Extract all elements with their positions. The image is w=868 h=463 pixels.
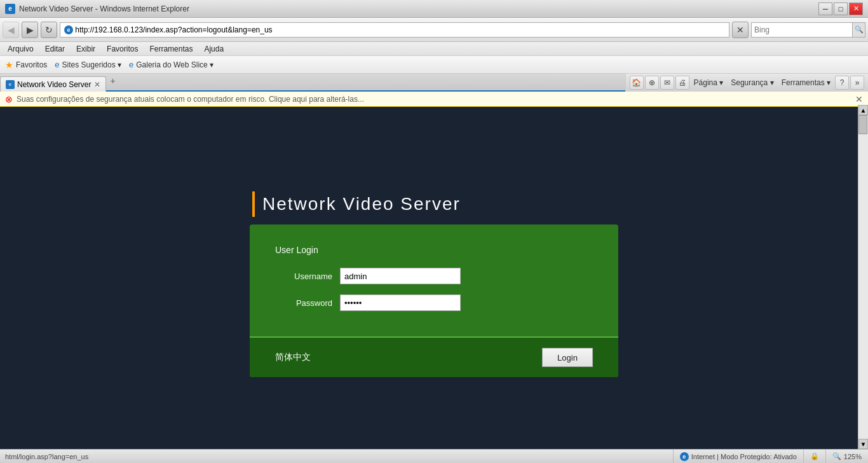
minimize-button[interactable]: ─ bbox=[818, 3, 832, 15]
webslice-icon: e bbox=[129, 60, 133, 69]
security-dropdown[interactable]: Segurança ▾ bbox=[728, 76, 776, 89]
warning-icon: ⊗ bbox=[5, 94, 13, 104]
menu-editar[interactable]: Editar bbox=[40, 43, 70, 55]
login-container: Network Video Server User Login Username… bbox=[250, 191, 618, 377]
expand-button[interactable]: » bbox=[850, 76, 864, 90]
warning-close-button[interactable]: ✕ bbox=[855, 94, 863, 104]
warning-bar: ⊗ Suas configurações de segurança atuais… bbox=[0, 92, 868, 107]
app-title-area: Network Video Server bbox=[250, 191, 618, 217]
maximize-button[interactable]: □ bbox=[834, 3, 848, 15]
tools-dropdown[interactable]: Ferramentas ▾ bbox=[778, 76, 834, 89]
menu-ajuda[interactable]: Ajuda bbox=[199, 43, 229, 55]
tab-close-button[interactable]: ✕ bbox=[94, 80, 100, 89]
address-input[interactable] bbox=[75, 25, 725, 34]
help-button[interactable]: ? bbox=[835, 76, 849, 90]
back-button[interactable]: ◀ bbox=[3, 22, 19, 38]
tab-label: Network Video Server bbox=[17, 80, 92, 89]
window-title: Network Video Server - Windows Internet … bbox=[19, 4, 189, 13]
scroll-up-button[interactable]: ▲ bbox=[858, 105, 868, 115]
password-input[interactable] bbox=[340, 294, 461, 311]
password-row: Password bbox=[275, 294, 593, 311]
scroll-down-button[interactable]: ▼ bbox=[858, 439, 868, 449]
main-content: Network Video Server User Login Username… bbox=[0, 107, 868, 462]
title-accent bbox=[252, 191, 255, 217]
app-title-text: Network Video Server bbox=[262, 194, 461, 214]
scroll-track[interactable] bbox=[858, 115, 868, 439]
web-slice-gallery[interactable]: e Galeria do Web Slice ▾ bbox=[129, 60, 214, 69]
zoom-icon: 🔍 bbox=[832, 452, 841, 460]
window-controls: ─ □ ✕ bbox=[818, 3, 863, 15]
title-bar: e Network Video Server - Windows Interne… bbox=[0, 0, 868, 18]
login-button[interactable]: Login bbox=[542, 348, 593, 367]
status-bar: html/login.asp?lang=en_us e Internet | M… bbox=[0, 449, 868, 462]
menu-bar: Arquivo Editar Exibir Favoritos Ferramen… bbox=[0, 42, 868, 56]
forward-button[interactable]: ▶ bbox=[22, 22, 38, 38]
favorites-button[interactable]: ★ Favoritos bbox=[5, 60, 47, 70]
zoom-level[interactable]: 🔍 125% bbox=[825, 450, 868, 462]
suggested-label: Sites Sugeridos ▾ bbox=[62, 60, 121, 69]
print-button[interactable]: 🖨 bbox=[675, 76, 689, 90]
menu-ferramentas[interactable]: Ferramentas bbox=[144, 43, 198, 55]
zoom-text: 125% bbox=[844, 453, 862, 460]
menu-arquivo[interactable]: Arquivo bbox=[3, 43, 39, 55]
close-button[interactable]: ✕ bbox=[849, 3, 863, 15]
warning-text[interactable]: Suas configurações de segurança atuais c… bbox=[17, 95, 364, 104]
language-link[interactable]: 简体中文 bbox=[275, 352, 311, 363]
favorites-bar: ★ Favoritos e Sites Sugeridos ▾ e Galeri… bbox=[0, 56, 868, 74]
username-row: Username bbox=[275, 268, 593, 284]
star-icon: ★ bbox=[5, 60, 13, 70]
new-tab-button[interactable]: + bbox=[106, 74, 120, 88]
status-right: e Internet | Modo Protegido: Ativado 🔒 🔍… bbox=[673, 450, 868, 462]
refresh-button[interactable]: ↻ bbox=[41, 22, 57, 38]
user-login-label: User Login bbox=[275, 245, 593, 255]
search-area: 🔍 bbox=[751, 22, 865, 38]
feeds-button[interactable]: ⊕ bbox=[645, 76, 659, 90]
suggested-icon: e bbox=[55, 60, 59, 69]
suggested-sites[interactable]: e Sites Sugeridos ▾ bbox=[55, 60, 121, 69]
browser-tab[interactable]: e Network Video Server ✕ bbox=[0, 76, 106, 92]
zone-icon: e bbox=[680, 452, 689, 461]
tab-favicon: e bbox=[6, 80, 15, 89]
browser-icon: e bbox=[5, 4, 15, 14]
page-dropdown[interactable]: Página ▾ bbox=[691, 76, 727, 89]
address-bar: e bbox=[60, 22, 729, 38]
login-form-top: User Login Username Password bbox=[250, 225, 618, 336]
login-form-bottom: 简体中文 Login bbox=[250, 336, 618, 377]
read-mail-button[interactable]: ✉ bbox=[660, 76, 674, 90]
navigation-bar: ◀ ▶ ↻ e ✕ 🔍 bbox=[0, 18, 868, 42]
login-box: User Login Username Password 简体中文 Login bbox=[250, 225, 618, 377]
username-label: Username bbox=[275, 272, 332, 281]
scroll-thumb[interactable] bbox=[858, 115, 867, 134]
home-button[interactable]: 🏠 bbox=[630, 76, 644, 90]
stop-button[interactable]: ✕ bbox=[732, 22, 749, 38]
favorites-label: Favoritos bbox=[16, 60, 47, 69]
lock-zone: 🔒 bbox=[803, 450, 825, 462]
status-url: html/login.asp?lang=en_us bbox=[0, 453, 673, 460]
search-button[interactable]: 🔍 bbox=[852, 23, 865, 37]
status-zone: e Internet | Modo Protegido: Ativado bbox=[673, 450, 803, 462]
password-label: Password bbox=[275, 298, 332, 308]
scrollbar[interactable]: ▲ ▼ bbox=[858, 105, 868, 449]
menu-favoritos[interactable]: Favoritos bbox=[102, 43, 143, 55]
zone-text: Internet | Modo Protegido: Ativado bbox=[691, 453, 797, 460]
lock-icon: 🔒 bbox=[810, 452, 819, 460]
search-input[interactable] bbox=[752, 25, 852, 34]
username-input[interactable] bbox=[340, 268, 461, 284]
page-icon: e bbox=[64, 25, 73, 34]
webslice-label: Galeria do Web Slice ▾ bbox=[136, 60, 214, 69]
menu-exibir[interactable]: Exibir bbox=[71, 43, 100, 55]
